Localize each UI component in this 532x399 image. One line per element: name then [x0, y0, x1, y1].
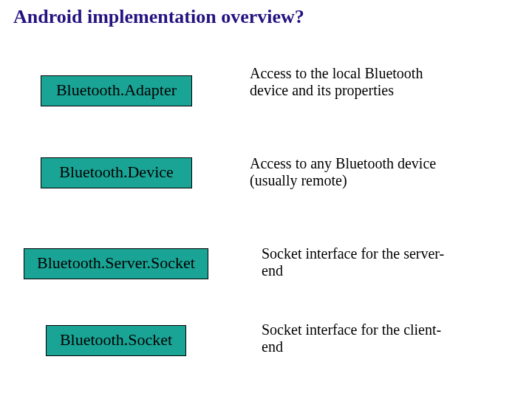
class-desc-bluetooth-server-socket: Socket interface for the server-end [262, 245, 454, 279]
class-label: Bluetooth.Server.Socket [37, 253, 195, 272]
class-box-bluetooth-device: Bluetooth.Device [41, 157, 192, 188]
class-box-bluetooth-socket: Bluetooth.Socket [46, 325, 186, 356]
class-desc-bluetooth-adapter: Access to the local Bluetooth device and… [250, 65, 442, 99]
class-label: Bluetooth.Adapter [56, 81, 177, 99]
slide: Android implementation overview? Bluetoo… [0, 0, 532, 399]
class-box-bluetooth-server-socket: Bluetooth.Server.Socket [24, 248, 208, 279]
class-label: Bluetooth.Socket [60, 330, 172, 349]
class-desc-bluetooth-socket: Socket interface for the client-end [262, 321, 454, 355]
slide-title: Android implementation overview? [13, 6, 304, 28]
class-box-bluetooth-adapter: Bluetooth.Adapter [41, 75, 192, 106]
class-label: Bluetooth.Device [59, 163, 174, 181]
class-desc-bluetooth-device: Access to any Bluetooth device (usually … [250, 155, 442, 189]
